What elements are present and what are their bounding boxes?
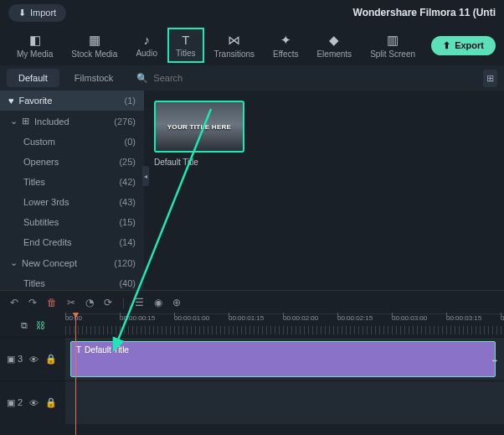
nav-titles[interactable]: TTitles — [167, 28, 204, 63]
speed-icon[interactable]: ⟳ — [104, 297, 112, 308]
timeline-ruler-row: ⧉ ⛓ 00:0000:00:00:1500:00:01:0000:00:01:… — [0, 313, 504, 337]
sidebar-count: (43) — [119, 197, 136, 207]
tick: 00:00:00:15 — [120, 314, 155, 322]
lock-icon[interactable]: 🔒 — [45, 354, 57, 365]
sidebar-label: Subtitles — [23, 217, 119, 227]
nav-audio[interactable]: ♪Audio — [127, 28, 166, 63]
marker-icon[interactable]: ⊕ — [172, 297, 181, 308]
sidebar-label: Favorite — [19, 96, 125, 106]
track-body[interactable]: TDefault Title↔ — [65, 338, 504, 381]
divider: | — [122, 297, 125, 308]
track-id-icon[interactable]: ▣ 2 — [7, 397, 23, 408]
nav-effects[interactable]: ✦Effects — [265, 28, 306, 64]
lock-icon[interactable]: 🔒 — [45, 397, 57, 408]
track-head: ▣ 2👁🔒 — [0, 381, 65, 424]
title-name: Default Title — [154, 158, 244, 167]
undo-icon[interactable]: ↶ — [10, 297, 18, 308]
nav-transitions[interactable]: ⋈Transitions — [206, 28, 264, 64]
sidebar-item-end-credits[interactable]: End Credits(14) — [0, 232, 144, 252]
collapse-handle[interactable]: ◂ — [142, 166, 149, 186]
chevron-down-icon: ⌄ — [8, 257, 18, 268]
trash-icon[interactable]: 🗑 — [47, 297, 57, 308]
copy-icon[interactable]: ⧉ — [21, 320, 28, 331]
sidebar-item-included[interactable]: ⌄⊞Included(276) — [0, 111, 144, 132]
sidebar-item-openers[interactable]: Openers(25) — [0, 152, 144, 172]
export-icon: ⬆ — [443, 40, 450, 51]
sidebar-count: (0) — [125, 137, 136, 147]
nav-label: Stock Media — [71, 49, 117, 59]
category-icon: ♥ — [8, 96, 14, 106]
sidebar-count: (1) — [125, 96, 136, 106]
sidebar-item-subtitles[interactable]: Subtitles(15) — [0, 212, 144, 232]
tick: 00:00 — [65, 314, 82, 322]
sub-bar: Default Filmstock 🔍 ⊞ — [0, 65, 504, 91]
nav-elements[interactable]: ◆Elements — [308, 28, 360, 64]
nav-label: Effects — [273, 49, 298, 59]
tick: 00:00:03:15 — [446, 314, 481, 322]
search-input[interactable] — [153, 73, 237, 83]
tick: 00:00:02:15 — [337, 314, 373, 322]
grid-view-icon[interactable]: ⊞ — [483, 70, 497, 87]
sidebar-count: (25) — [119, 157, 136, 167]
color-icon[interactable]: ◉ — [154, 297, 162, 308]
menu-icon[interactable]: ☰ — [135, 297, 144, 308]
top-bar: ⬇ Import Wondershare Filmora 11 (Unti — [0, 0, 504, 25]
subtab-filmstock[interactable]: Filmstock — [63, 69, 125, 87]
content: ◂ YOUR TITLE HERE Default Title — [144, 91, 504, 290]
main: ♥Favorite(1)⌄⊞Included(276)Custom(0)Open… — [0, 91, 504, 290]
sidebar-label: Custom — [23, 137, 125, 147]
resize-handle[interactable]: ↔ — [491, 355, 499, 364]
nav-icon: ▥ — [387, 33, 399, 48]
subtab-default[interactable]: Default — [7, 69, 59, 87]
redo-icon[interactable]: ↷ — [28, 297, 37, 308]
eye-icon[interactable]: 👁 — [29, 398, 39, 408]
sidebar-label: Openers — [23, 157, 119, 167]
nav-icon: T — [182, 33, 189, 47]
sidebar-item-titles[interactable]: Titles(40) — [0, 273, 144, 290]
tick: 00:00:02:00 — [283, 314, 318, 322]
nav-split-screen[interactable]: ▥Split Screen — [362, 28, 424, 64]
nav-icon: ◧ — [29, 33, 41, 48]
nav-icon: ⋈ — [228, 33, 240, 48]
sidebar-item-custom[interactable]: Custom(0) — [0, 132, 144, 152]
sidebar-count: (42) — [119, 177, 136, 187]
nav-label: Split Screen — [370, 49, 415, 59]
category-icon: ⊞ — [22, 116, 29, 127]
sidebar-item-new-concept[interactable]: ⌄New Concept(120) — [0, 252, 144, 273]
nav-stock-media[interactable]: ▦Stock Media — [63, 28, 126, 64]
title-thumbnail[interactable]: YOUR TITLE HERE — [154, 101, 244, 153]
timeline-ruler[interactable]: 00:0000:00:00:1500:00:01:0000:00:01:1500… — [65, 313, 504, 337]
sidebar-count: (15) — [119, 217, 136, 227]
track-body[interactable] — [65, 381, 504, 424]
nav-label: Elements — [316, 49, 352, 59]
nav-label: Transitions — [214, 49, 255, 59]
eye-icon[interactable]: 👁 — [29, 355, 39, 365]
nav-label: My Media — [17, 49, 53, 59]
title-thumb-text: YOUR TITLE HERE — [167, 123, 232, 131]
title-card[interactable]: YOUR TITLE HERE Default Title — [154, 101, 244, 167]
import-button[interactable]: ⬇ Import — [8, 4, 66, 22]
track-id-icon[interactable]: ▣ 3 — [7, 354, 23, 365]
sidebar-item-favorite[interactable]: ♥Favorite(1) — [0, 91, 144, 111]
chevron-down-icon: ⌄ — [8, 116, 18, 127]
sidebar-item-titles[interactable]: Titles(42) — [0, 172, 144, 192]
timer-icon[interactable]: ◔ — [85, 297, 94, 308]
track-head: ▣ 3👁🔒 — [0, 338, 65, 381]
import-icon: ⬇ — [18, 8, 26, 18]
link-icon[interactable]: ⛓ — [36, 320, 45, 330]
nav-label: Audio — [136, 49, 157, 58]
title-clip[interactable]: TDefault Title↔ — [70, 341, 496, 377]
timeline-toolbar: ↶ ↷ 🗑 ✂ ◔ ⟳ | ☰ ◉ ⊕ — [0, 290, 504, 313]
nav-my-media[interactable]: ◧My Media — [8, 28, 61, 64]
sidebar-label: Lower 3rds — [23, 197, 119, 207]
playhead[interactable] — [75, 314, 76, 435]
tick: 00:00:04:00 — [501, 314, 504, 322]
search-box[interactable]: 🔍 — [136, 73, 262, 84]
export-button[interactable]: ⬆ Export — [431, 36, 496, 55]
nav-icon: ♪ — [143, 33, 150, 47]
split-icon[interactable]: ✂ — [67, 297, 75, 308]
nav-icon: ◆ — [329, 33, 339, 48]
ticks-minor — [65, 326, 504, 334]
sidebar-item-lower-3rds[interactable]: Lower 3rds(43) — [0, 192, 144, 212]
sidebar-count: (40) — [119, 278, 136, 288]
